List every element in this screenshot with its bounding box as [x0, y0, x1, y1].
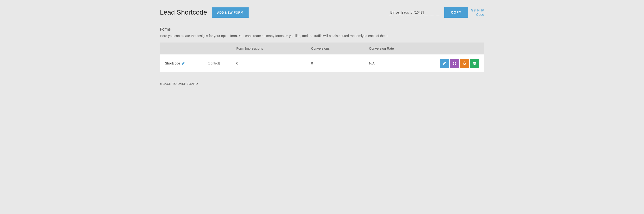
- header-right: COPY Get PHPCode: [389, 7, 484, 18]
- row-name-cell: Shortcode: [160, 54, 203, 72]
- table-body: Shortcode (control) 0 0 N/A: [160, 54, 484, 72]
- section-title: Forms: [160, 27, 484, 32]
- forms-section: Forms Here you can create the designs fo…: [160, 27, 484, 72]
- get-php-link[interactable]: Get PHPCode: [471, 8, 484, 17]
- row-conversion-rate-cell: N/A: [364, 54, 435, 72]
- table-header: Form Impressions Conversions Conversion …: [160, 43, 484, 54]
- col-name: [160, 43, 203, 54]
- reset-button[interactable]: [460, 59, 469, 68]
- svg-rect-1: [455, 62, 456, 63]
- row-conversions-cell: 0: [306, 54, 364, 72]
- col-actions: [435, 43, 484, 54]
- delete-button[interactable]: [470, 59, 479, 68]
- row-name: Shortcode: [165, 61, 198, 65]
- col-conversions: Conversions: [306, 43, 364, 54]
- row-impressions-cell: 0: [232, 54, 306, 72]
- copy-button[interactable]: COPY: [444, 7, 468, 18]
- row-control-cell: (control): [203, 54, 232, 72]
- section-description: Here you can create the designs for your…: [160, 34, 484, 38]
- back-to-dashboard-link[interactable]: « BACK TO DASHBOARD: [160, 82, 198, 85]
- shortcode-input[interactable]: [389, 9, 442, 16]
- table-row: Shortcode (control) 0 0 N/A: [160, 54, 484, 72]
- col-control: [203, 43, 232, 54]
- col-impressions: Form Impressions: [232, 43, 306, 54]
- inline-edit-icon[interactable]: [182, 62, 185, 65]
- page-header: Lead Shortcode ADD NEW FORM COPY Get PHP…: [160, 7, 484, 18]
- row-actions-cell: [435, 54, 484, 72]
- svg-rect-3: [455, 64, 456, 65]
- col-conversion-rate: Conversion Rate: [364, 43, 435, 54]
- edit-button[interactable]: [440, 59, 449, 68]
- header-left: Lead Shortcode ADD NEW FORM: [160, 8, 248, 18]
- layout-button[interactable]: [450, 59, 459, 68]
- page-title: Lead Shortcode: [160, 9, 207, 16]
- add-new-form-button[interactable]: ADD NEW FORM: [212, 8, 248, 18]
- forms-table: Form Impressions Conversions Conversion …: [160, 43, 484, 72]
- svg-rect-0: [453, 62, 454, 63]
- action-buttons: [440, 59, 479, 68]
- svg-rect-2: [453, 64, 454, 65]
